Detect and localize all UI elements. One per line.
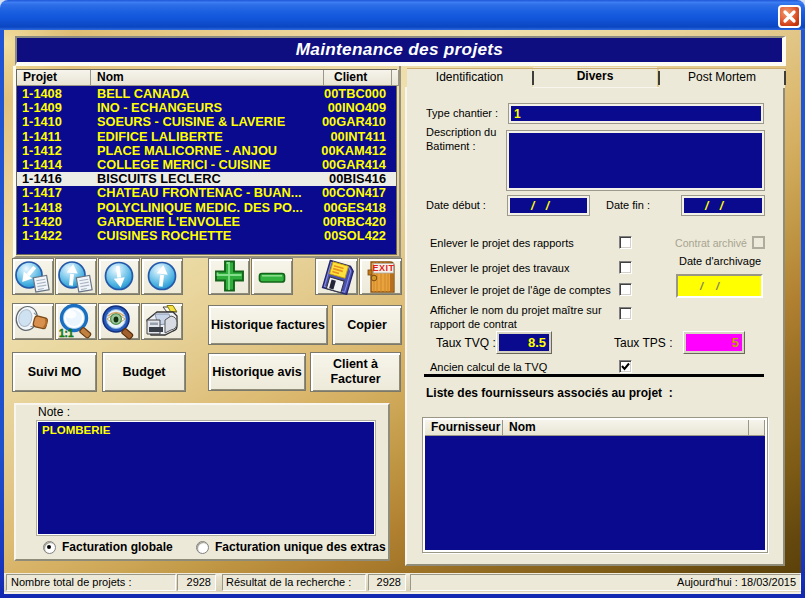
svg-text:1:1: 1:1 [59,328,74,339]
svg-text:EXIT: EXIT [372,263,394,273]
